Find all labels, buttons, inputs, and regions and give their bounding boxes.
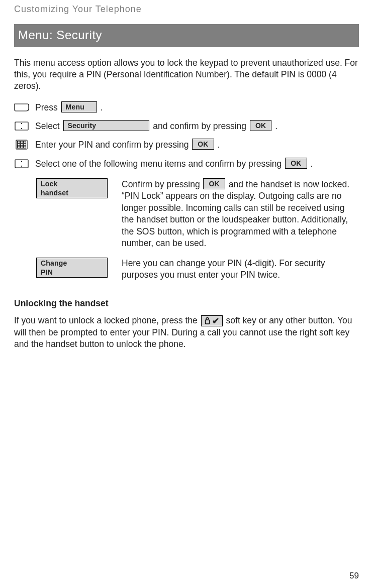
- svg-rect-7: [18, 144, 20, 146]
- step-select-item: Select one of the following menu items a…: [14, 157, 359, 170]
- svg-rect-12: [24, 146, 26, 148]
- step-body: Select one of the following menu items a…: [35, 157, 359, 170]
- svg-rect-6: [24, 141, 26, 143]
- step-body: Select Security and confirm by pressing …: [35, 120, 359, 133]
- text: Enter your PIN and confirm by pressing: [35, 140, 191, 150]
- change-pin-chip: Change PIN: [36, 258, 108, 278]
- softkey-icon: [14, 102, 29, 112]
- svg-rect-11: [21, 146, 23, 148]
- svg-rect-9: [24, 144, 26, 146]
- text: and the handset is now locked. “PIN Lock…: [122, 179, 349, 248]
- ok-button-chip: OK: [192, 139, 214, 150]
- option-label: Lock handset: [35, 178, 109, 199]
- step-body: Enter your PIN and confirm by pressing O…: [35, 138, 359, 151]
- text: Select: [35, 121, 62, 131]
- svg-rect-10: [18, 146, 20, 148]
- check-icon: ✔: [212, 317, 219, 325]
- svg-rect-8: [21, 144, 23, 146]
- text: Select one of the following menu items a…: [35, 159, 284, 169]
- svg-rect-16: [205, 320, 209, 324]
- text: .: [218, 140, 220, 150]
- text: .: [310, 159, 313, 169]
- section-header: Customizing Your Telephone: [14, 3, 359, 15]
- nav-key-icon: [14, 121, 29, 131]
- step-press-menu: Press Menu .: [14, 101, 359, 114]
- svg-point-1: [21, 123, 22, 124]
- ok-button-chip: OK: [203, 178, 225, 189]
- step-select-security: Select Security and confirm by pressing …: [14, 120, 359, 133]
- option-description: Here you can change your PIN (4-digit). …: [122, 258, 359, 281]
- text: Press: [35, 102, 60, 112]
- text: Confirm by pressing: [122, 179, 202, 189]
- steps-list: Press Menu . Select Security and confirm…: [14, 101, 359, 281]
- option-change-pin: Change PIN Here you can change your PIN …: [35, 258, 359, 281]
- step-body: Press Menu .: [35, 101, 359, 114]
- nav-key-icon: [14, 159, 29, 169]
- svg-point-15: [21, 165, 22, 166]
- svg-rect-5: [21, 141, 23, 143]
- menu-button-chip: Menu: [61, 101, 97, 112]
- page-title-bar: Menu: Security: [14, 24, 359, 47]
- page-number: 59: [349, 570, 359, 582]
- intro-paragraph: This menu access option allows you to lo…: [14, 57, 359, 92]
- security-button-chip: Security: [63, 120, 150, 131]
- svg-point-2: [21, 128, 22, 129]
- unlock-paragraph: If you want to unlock a locked phone, pr…: [14, 315, 359, 350]
- unlock-softkey-icon: ✔: [201, 315, 223, 326]
- svg-point-14: [21, 161, 22, 162]
- text: .: [275, 121, 277, 131]
- unlock-heading: Unlocking the handset: [14, 298, 359, 310]
- keypad-icon: [14, 140, 29, 150]
- ok-button-chip: OK: [250, 120, 271, 131]
- svg-rect-4: [18, 141, 20, 143]
- lock-handset-chip: Lock handset: [36, 178, 108, 198]
- options-list: Lock handset Confirm by pressing OK and …: [35, 178, 359, 281]
- text: If you want to unlock a locked phone, pr…: [14, 315, 200, 325]
- ok-button-chip: OK: [285, 158, 307, 169]
- step-enter-pin: Enter your PIN and confirm by pressing O…: [14, 138, 359, 151]
- option-lock-handset: Lock handset Confirm by pressing OK and …: [35, 178, 359, 250]
- text: .: [101, 102, 103, 112]
- svg-rect-3: [16, 140, 27, 149]
- text: and confirm by pressing: [153, 121, 249, 131]
- option-label: Change PIN: [35, 258, 109, 279]
- option-description: Confirm by pressing OK and the handset i…: [122, 178, 359, 250]
